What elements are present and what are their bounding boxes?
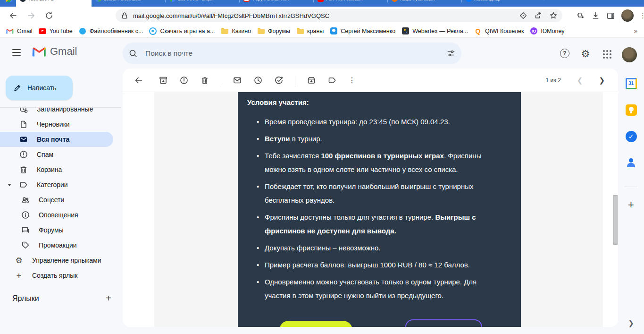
archive-icon[interactable] (159, 76, 168, 85)
back-to-list-icon[interactable] (134, 76, 143, 85)
older-chevron-icon[interactable]: ❯ (599, 76, 605, 85)
browser-tab[interactable]: Sweet Powerhau... ✕ (92, 0, 166, 7)
get-addons-plus-icon[interactable]: + (625, 198, 637, 211)
bookmark-folder-forums[interactable]: Форумы (257, 27, 290, 35)
email-heading: Условия участия: (238, 92, 521, 106)
labels-icon[interactable] (327, 76, 337, 85)
browser-tab[interactable]: Всё по на «акц... ✕ (166, 0, 240, 7)
gmail-profile-avatar[interactable] (622, 47, 637, 62)
main-menu-icon[interactable] (12, 49, 21, 56)
tab-close-icon[interactable]: ✕ (528, 0, 532, 1)
browser-tab[interactable]: Fun The Profess... ✕ (314, 0, 388, 7)
bookmark-fileshare[interactable]: Файлообменник с... (79, 27, 143, 35)
sidebar-item-categories[interactable]: Категории (0, 177, 121, 192)
gmail-side-panel: 31 ✓ + ❯ (618, 69, 644, 334)
bookmark-folder-faucets[interactable]: краны (296, 27, 324, 35)
address-bar[interactable]: mail.google.com/mail/u/0/#all/FMfcgzGslt… (116, 9, 562, 22)
contacts-icon[interactable] (625, 156, 637, 169)
list-item: Вступи в турнир. (265, 132, 501, 146)
browser-tab[interactable]: Форум онлайн к... ✕ (240, 0, 314, 7)
sidebar-item-trash[interactable]: Корзина (0, 162, 121, 177)
browser-tab[interactable]: Мессенджер ✕ (462, 0, 536, 7)
tab-close-icon[interactable]: ✕ (232, 0, 236, 1)
google-apps-grid-icon[interactable] (600, 47, 613, 60)
details-button[interactable] (405, 319, 482, 327)
help-icon[interactable]: ? (558, 47, 571, 60)
search-bar[interactable] (123, 43, 461, 64)
keep-icon[interactable] (625, 103, 637, 116)
padlock-icon[interactable] (120, 11, 129, 20)
browser-profile-avatar[interactable] (621, 9, 634, 22)
toolbar-divider (221, 76, 221, 85)
sidebar-item-manage-labels[interactable]: ⚙ Управление ярлыками (0, 253, 121, 268)
gmail-logo[interactable]: Gmail (32, 45, 77, 58)
schedule-send-icon (19, 108, 28, 114)
side-panel-divider (624, 187, 637, 187)
reload-icon[interactable] (44, 11, 54, 20)
draft-file-icon (19, 120, 28, 129)
gmail-header: Gmail ? ⚙ (0, 38, 644, 69)
sidebar-item-promotions[interactable]: Промоакции (0, 238, 121, 253)
downloads-icon[interactable] (591, 11, 600, 20)
join-tournament-button[interactable] (279, 321, 352, 327)
tasks-icon[interactable]: ✓ (625, 130, 637, 143)
sidebar-item-all-mail[interactable]: Вся почта (0, 132, 113, 147)
move-to-icon[interactable] (307, 76, 316, 85)
newer-chevron-icon[interactable]: ❮ (577, 76, 583, 85)
add-to-tasks-icon[interactable] (274, 76, 284, 85)
collapse-caret-icon[interactable] (8, 184, 11, 186)
tab-favicon (318, 0, 324, 2)
tab-close-icon[interactable]: ✕ (380, 0, 384, 1)
bookmarks-bar: Gmail YouTube Файлообменник с... Скачать… (0, 25, 644, 38)
side-panel-icon[interactable] (606, 11, 615, 20)
bookmark-gmail[interactable]: Gmail (6, 27, 33, 35)
create-label-plus-icon[interactable]: + (106, 293, 111, 304)
bookmark-folder-casino[interactable]: Казино (221, 27, 251, 35)
new-tab-button[interactable]: ＋ (541, 0, 547, 3)
sidebar-item-drafts[interactable]: Черновики (0, 117, 121, 132)
mark-unread-icon[interactable] (233, 76, 242, 85)
sidebar-item-updates[interactable]: Оповещения (0, 207, 121, 223)
report-spam-icon[interactable] (179, 76, 189, 85)
privacy-diamond-icon[interactable] (519, 11, 527, 20)
bookmark-chat[interactable]: Сергей Максименко (330, 27, 395, 35)
bookmark-star-icon[interactable] (549, 11, 558, 20)
bookmark-qiwi[interactable]: Q QIWI Кошелек (474, 27, 524, 35)
compose-button[interactable]: Написать (6, 76, 73, 100)
email-scrollbar[interactable] (613, 92, 618, 327)
collapse-panel-chevron-icon[interactable]: ❯ (625, 317, 637, 329)
list-item: Одновременно можно участвовать только в … (265, 275, 501, 302)
bookmark-youtube[interactable]: YouTube (39, 27, 73, 35)
search-icon[interactable] (126, 47, 140, 60)
delete-icon[interactable] (200, 76, 209, 85)
bookmarks-overflow-chevron[interactable]: » (634, 27, 637, 34)
sidebar-item-create-label[interactable]: + Создать ярлык (0, 268, 121, 283)
tab-close-icon[interactable]: ✕ (454, 0, 458, 1)
pinned-tab-favicon[interactable] (6, 0, 12, 2)
forward-icon[interactable] (26, 11, 36, 20)
sidebar-item-scheduled[interactable]: Запланированные (0, 108, 121, 117)
calendar-icon[interactable]: 31 (625, 77, 637, 90)
sidebar-item-spam[interactable]: Спам (0, 147, 121, 162)
bookmark-webartex[interactable]: Webartex — Рекла... (401, 27, 468, 35)
share-icon[interactable] (534, 11, 543, 20)
search-input[interactable] (144, 49, 444, 58)
sidebar-item-forums[interactable]: Форумы (0, 223, 121, 238)
back-icon[interactable] (8, 11, 18, 20)
qiwi-favicon: Q (474, 27, 482, 35)
tab-close-icon[interactable]: ✕ (84, 0, 88, 1)
snooze-icon[interactable] (253, 76, 263, 85)
sidebar-item-social[interactable]: Соцсети (0, 192, 121, 207)
more-options-icon[interactable]: ⋮ (348, 76, 356, 85)
browser-menu-icon[interactable]: ⋮ (639, 11, 644, 20)
scrollbar-thumb[interactable] (613, 195, 618, 245)
bookmark-games[interactable]: Скачать игры на а... (149, 27, 215, 35)
search-filter-icon[interactable] (444, 47, 458, 60)
browser-tab-active[interactable]: Твой 100 FS ✕ (16, 0, 92, 7)
extensions-puzzle-icon[interactable] (576, 11, 585, 20)
bookmark-yoomoney[interactable]: Ю ЮMoney (530, 27, 564, 35)
browser-tab[interactable]: Кафе Куба сер... ✕ (388, 0, 462, 7)
tab-close-icon[interactable]: ✕ (306, 0, 310, 1)
tab-close-icon[interactable]: ✕ (158, 0, 162, 1)
settings-gear-icon[interactable]: ⚙ (579, 47, 592, 60)
